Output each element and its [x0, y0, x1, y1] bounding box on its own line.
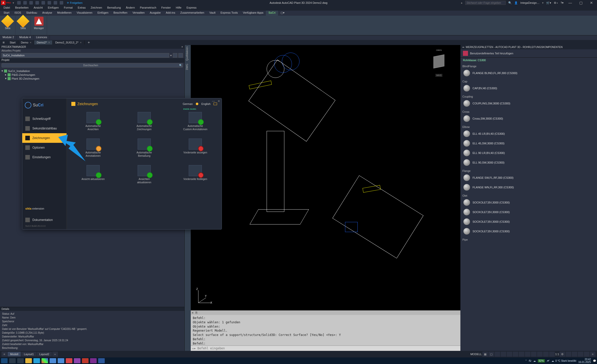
pm-print-icon[interactable]	[178, 53, 183, 58]
ribbon-tab-vault[interactable]: Vault	[207, 11, 218, 16]
status-btn-icon[interactable]	[572, 352, 577, 357]
apps-icon[interactable]: ⯐▾	[554, 1, 558, 4]
task-taskview-icon[interactable]	[17, 358, 24, 363]
pm-search-input[interactable]: Durchsuchen 🔍	[2, 63, 183, 67]
task-teams-icon[interactable]	[74, 358, 80, 363]
sucri-mail-icon[interactable]	[214, 103, 217, 105]
ribbon-tab-stahlbau[interactable]: Stahlbau	[24, 11, 40, 16]
command-input[interactable]	[197, 347, 459, 350]
palette-item[interactable]: ELL 45 LR,BV,40 (CS300)	[462, 129, 595, 139]
status-gear-icon[interactable]: ⚙	[560, 352, 565, 357]
tray-chevron-up-icon[interactable]: ˄	[525, 359, 527, 362]
ribbon-tab-verfügbare-apps[interactable]: Verfügbare Apps	[240, 11, 266, 16]
task-app-icon[interactable]	[66, 358, 72, 363]
status-menu-icon[interactable]: ≡	[590, 352, 595, 357]
qat-undo-icon[interactable]	[54, 1, 57, 5]
tray-sync-icon[interactable]: 🗘	[529, 359, 531, 362]
share-button[interactable]: ✈ Freigeben	[67, 1, 83, 5]
sucri-nav-doc[interactable]: Dokumentation	[22, 215, 67, 225]
ribbon-subtab-module-4[interactable]: Module 4	[17, 35, 33, 40]
search-icon[interactable]: 🔍	[508, 1, 512, 5]
sucri-nav-schnellzugriff[interactable]: Schnellzugriff	[22, 114, 67, 124]
tree-node[interactable]: ▸P&ID-Zeichnungen	[2, 73, 183, 77]
palette-item[interactable]: FLANGE WN,FL,RF,300 (CS300)	[462, 183, 595, 192]
qat-saveall-icon[interactable]	[41, 1, 45, 5]
status-btn-icon[interactable]	[519, 352, 524, 357]
cart-icon[interactable]: 🛒▾	[546, 1, 551, 5]
tree-node[interactable]: ▾Plant 3D-Zeichnungen	[2, 77, 183, 80]
user-chevron-down-icon[interactable]: ▾	[542, 1, 544, 5]
ribbon-tab-modellieren[interactable]: Modellieren	[55, 11, 74, 16]
task-start-icon[interactable]	[1, 358, 8, 363]
ribbon-tab-start[interactable]: Start	[1, 11, 12, 16]
task-acad-icon[interactable]	[82, 358, 89, 363]
sucri-card[interactable]: Vorderseite anzeigen	[174, 139, 217, 157]
ribbon-tab-verwalten[interactable]: Verwalten	[130, 11, 147, 16]
pm-open-icon[interactable]	[173, 53, 177, 58]
tray-power-icon[interactable]: 🗲	[547, 359, 549, 362]
task-onenote-icon[interactable]	[90, 358, 97, 363]
task-app-icon[interactable]	[50, 358, 56, 363]
ribbon-group-sikla[interactable]: Sikla	[0, 16, 15, 35]
palette-item[interactable]: ELL 45,SW,3000 (CS300)	[462, 139, 595, 148]
doc-tab-close-icon[interactable]: ×	[30, 41, 31, 44]
layout-menu-icon[interactable]: ≡	[2, 352, 7, 357]
menu-einfügen[interactable]: Einfügen	[45, 6, 61, 11]
task-search-icon[interactable]	[9, 358, 16, 363]
window-restore-button[interactable]: ▢	[577, 1, 585, 5]
sucri-card[interactable]: Ansicht aktualisieren	[71, 165, 115, 184]
palette-item[interactable]: COUPLING,SW,3000 (CS300)	[462, 99, 595, 108]
qat-plot-icon[interactable]	[48, 1, 51, 5]
ribbon-group-manager[interactable]: Manager	[31, 16, 47, 35]
status-btn-icon[interactable]	[578, 352, 583, 357]
palette-item[interactable]: SOCKOLET,BV,3000 (CS300)	[462, 198, 595, 207]
layout-tab-layout1[interactable]: Layout1	[21, 352, 36, 356]
doc-tab[interactable]: Demo2_SU013_2*×	[53, 40, 84, 44]
tree-expand-icon[interactable]: ▾	[5, 77, 7, 80]
doc-tab[interactable]: Start	[7, 40, 18, 44]
status-btn-icon[interactable]	[513, 352, 518, 357]
layout-add-button[interactable]: ＋	[52, 352, 58, 357]
tray-notifications-icon[interactable]: 💬	[593, 359, 596, 362]
tree-expand-icon[interactable]: ▸	[5, 73, 7, 76]
status-btn-icon[interactable]	[549, 352, 555, 357]
task-word-icon[interactable]	[98, 358, 105, 363]
viewcube-wcs-label[interactable]: WKS	[435, 74, 443, 77]
palette-item[interactable]: SOCKOLET,BV,3000 (CS300)	[462, 226, 595, 236]
cmd-pin-icon[interactable]: ⎘	[195, 310, 198, 315]
status-snap-icon[interactable]: ▢	[488, 352, 494, 357]
ribbon-tab-analyse[interactable]: Analyse	[40, 11, 55, 16]
palette-item[interactable]: ELL 90,SW,3000 (CS300)	[462, 158, 595, 167]
status-btn-icon[interactable]	[584, 352, 589, 357]
sidestrip-tab-0[interactable]: Quelldateien	[185, 45, 189, 62]
pm-tool1-icon[interactable]	[166, 59, 169, 62]
ribbon-tab-isos[interactable]: ISOS	[12, 11, 24, 16]
doc-tab-close-icon[interactable]: ×	[48, 41, 50, 44]
layout-tab-modell[interactable]: Modell	[8, 352, 21, 356]
menu-express[interactable]: Express	[184, 6, 199, 11]
tray-weather[interactable]: ☁ 0 °C Stark bewölkt	[551, 359, 576, 362]
palette-item[interactable]: Cross,SW,3000 (CS300)	[462, 114, 595, 123]
sucri-lang-de[interactable]: German	[183, 102, 193, 105]
ribbon-tab-beschriften[interactable]: Beschriften	[111, 11, 130, 16]
ribbon-tab-add-ins[interactable]: Add-ins	[163, 11, 178, 16]
palette-item[interactable]: FLANGE BLIND,FL,RF,300 (CS300)	[462, 68, 595, 78]
sucri-lang-en[interactable]: English	[201, 102, 210, 105]
window-close-button[interactable]: ✕	[587, 1, 595, 5]
pm-tool2-icon[interactable]	[170, 59, 174, 62]
ribbon-tab-ausgabe[interactable]: Ausgabe	[147, 11, 163, 16]
status-btn-icon[interactable]	[543, 352, 549, 357]
sucri-card[interactable]: AutomatischeZeichnungen	[122, 112, 166, 131]
menu-extras[interactable]: Extras	[75, 6, 88, 11]
ribbon-subtab-licences[interactable]: Licences	[34, 35, 50, 40]
tray-battery[interactable]: 92%	[538, 359, 545, 362]
task-chrome-icon[interactable]	[41, 358, 48, 363]
sucri-card[interactable]: Ansichtenaktualisieren	[122, 165, 166, 184]
task-edge-icon[interactable]	[33, 358, 40, 363]
tree-node[interactable]: ▾SuCri_Installation	[2, 69, 183, 73]
doctab-menu-icon[interactable]: ≡	[0, 40, 7, 44]
doc-tab-close-icon[interactable]: ×	[80, 41, 81, 44]
qat-open-icon[interactable]	[23, 1, 27, 5]
tray-clock[interactable]: 20:42 16.01.2025	[578, 358, 591, 363]
menu-ansicht[interactable]: Ansicht	[31, 6, 45, 11]
